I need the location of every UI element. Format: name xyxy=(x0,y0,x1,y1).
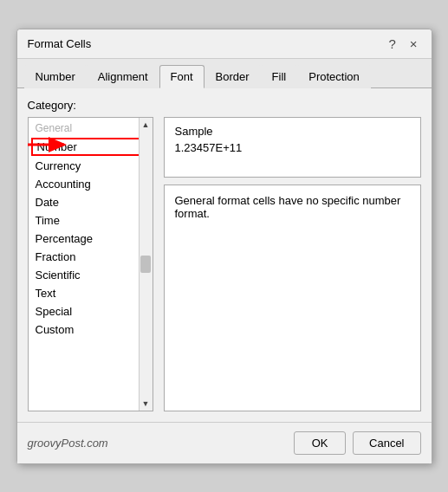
main-area: General Number Currency Accounting Date … xyxy=(28,117,421,411)
description-box: General format cells have no specific nu… xyxy=(164,184,421,411)
tab-alignment[interactable]: Alignment xyxy=(87,65,159,88)
help-button[interactable]: ? xyxy=(385,36,399,51)
scroll-thumb[interactable] xyxy=(140,256,151,273)
title-bar-controls: ? × xyxy=(385,36,420,51)
description-text: General format cells have no specific nu… xyxy=(175,194,410,220)
brand-label: groovyPost.com xyxy=(28,437,108,450)
category-item-percentage[interactable]: Percentage xyxy=(29,230,153,248)
sample-box: Sample 1.23457E+11 xyxy=(164,117,421,178)
category-list: General Number Currency Accounting Date … xyxy=(29,118,153,411)
tab-protection[interactable]: Protection xyxy=(297,65,371,88)
category-item-time[interactable]: Time xyxy=(29,211,153,230)
category-item-scientific[interactable]: Scientific xyxy=(29,266,153,284)
sample-value: 1.23457E+11 xyxy=(175,141,410,154)
title-bar: Format Cells ? × xyxy=(17,29,432,59)
cancel-button[interactable]: Cancel xyxy=(353,431,420,455)
footer: groovyPost.com OK Cancel xyxy=(17,422,432,463)
tab-font[interactable]: Font xyxy=(159,65,205,88)
footer-buttons: OK Cancel xyxy=(294,431,420,455)
scrollbar[interactable]: ▲ ▼ xyxy=(139,118,153,411)
category-item-fraction[interactable]: Fraction xyxy=(29,248,153,266)
format-cells-dialog: Format Cells ? × Number Alignment Font B… xyxy=(16,29,432,464)
tab-border[interactable]: Border xyxy=(205,65,261,88)
sample-label: Sample xyxy=(175,125,410,138)
scroll-down-arrow[interactable]: ▼ xyxy=(140,397,153,411)
tab-number[interactable]: Number xyxy=(24,65,87,88)
category-label: Category: xyxy=(28,99,421,112)
close-button[interactable]: × xyxy=(406,36,421,51)
dialog-content: Category: xyxy=(17,88,432,422)
category-item-currency[interactable]: Currency xyxy=(29,157,153,175)
category-item-text[interactable]: Text xyxy=(29,284,153,302)
dialog-title: Format Cells xyxy=(28,37,92,50)
category-item-special[interactable]: Special xyxy=(29,302,153,320)
category-list-container: General Number Currency Accounting Date … xyxy=(28,117,153,411)
category-item-date[interactable]: Date xyxy=(29,193,153,211)
category-item-general[interactable]: General xyxy=(29,120,153,137)
category-item-number[interactable]: Number xyxy=(31,138,150,156)
category-item-accounting[interactable]: Accounting xyxy=(29,175,153,193)
tab-bar: Number Alignment Font Border Fill Protec… xyxy=(17,59,432,88)
scroll-up-arrow[interactable]: ▲ xyxy=(140,118,153,132)
ok-button[interactable]: OK xyxy=(294,431,346,455)
category-item-custom[interactable]: Custom xyxy=(29,320,153,339)
right-panel: Sample 1.23457E+11 General format cells … xyxy=(164,117,421,411)
tab-fill[interactable]: Fill xyxy=(261,65,298,88)
